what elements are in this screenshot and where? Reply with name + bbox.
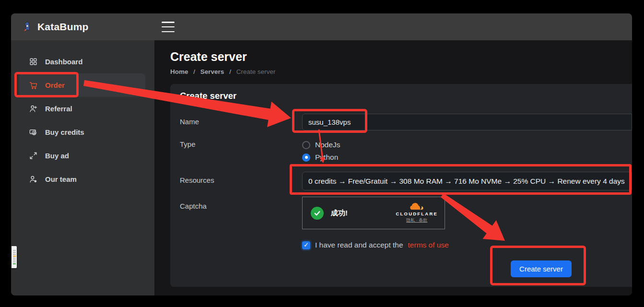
banknote-icon [29, 128, 38, 137]
cloudflare-cloud-icon [410, 203, 424, 211]
create-server-card: Create server Name Type NodeJs Python Re… [170, 84, 632, 287]
sidebar-item-referral[interactable]: Referral [11, 97, 154, 120]
side-panel-handle-icon[interactable] [12, 246, 17, 268]
captcha-success-icon [311, 207, 324, 220]
hamburger-menu-icon[interactable] [162, 22, 175, 32]
sidebar-item-order[interactable]: Order [19, 73, 145, 97]
server-name-input[interactable] [302, 114, 632, 130]
main-content: Create server Home / Servers / Create se… [154, 40, 632, 295]
sidebar-item-buy-credits[interactable]: Buy credits [11, 120, 154, 144]
top-navbar: KataBump [11, 13, 632, 40]
team-person-icon [29, 175, 38, 184]
terms-of-use-link[interactable]: terms of use [408, 241, 449, 249]
breadcrumb: Home / Servers / Create server [170, 68, 275, 75]
sidebar-item-label: Our team [45, 175, 77, 183]
sidebar-item-label: Buy ad [45, 152, 69, 160]
radio-unchecked-icon[interactable] [302, 141, 310, 149]
sidebar-item-our-team[interactable]: Our team [11, 167, 154, 191]
radio-label: Python [315, 153, 338, 162]
dashboard-grid-icon [29, 57, 38, 66]
type-option-python[interactable]: Python [302, 152, 338, 163]
resources-select[interactable]: 0 credits → Free/Gratuit → 308 Mo RAM → … [302, 172, 632, 190]
sidebar-item-buy-ad[interactable]: Buy ad [11, 144, 154, 167]
cloudflare-privacy-terms-links[interactable]: 隐私 · 条款 [406, 217, 427, 224]
sidebar-item-dashboard[interactable]: Dashboard [11, 50, 154, 73]
breadcrumb-servers[interactable]: Servers [200, 68, 224, 75]
brand-name: KataBump [37, 21, 89, 33]
sidebar-item-label: Order [45, 81, 65, 89]
type-option-nodejs[interactable]: NodeJs [302, 140, 340, 150]
radio-label: NodeJs [315, 141, 340, 149]
captcha-status-text: 成功! [331, 209, 348, 218]
sidebar-item-label: Buy credits [45, 128, 84, 136]
radio-checked-icon[interactable] [302, 154, 310, 162]
card-title: Create server [180, 91, 236, 101]
sidebar: Dashboard Order Referral [11, 40, 154, 295]
page-title: Create server [170, 50, 247, 64]
brand[interactable]: KataBump [11, 21, 89, 33]
cloudflare-wordmark: CLOUDFLARE [396, 211, 438, 216]
person-add-icon [29, 104, 38, 113]
screenshot-stage: KataBump Dashboard Order [0, 0, 644, 307]
shopping-cart-icon [29, 81, 38, 90]
captcha-label: Captcha [180, 202, 207, 210]
terms-text: I have read and accept the [315, 241, 403, 249]
terms-row: I have read and accept the terms of use [302, 241, 449, 249]
cloudflare-captcha-widget: 成功! CLOUDFLARE 隐私 · 条款 [302, 197, 445, 229]
sidebar-nav: Dashboard Order Referral [11, 40, 154, 191]
create-server-button[interactable]: Create server [511, 260, 572, 277]
breadcrumb-current: Create server [236, 68, 276, 75]
resources-label: Resources [180, 176, 214, 184]
type-label: Type [180, 140, 196, 148]
name-label: Name [180, 118, 199, 126]
cloudflare-brand: CLOUDFLARE 隐私 · 条款 [396, 203, 438, 224]
sidebar-item-label: Referral [45, 105, 72, 113]
app-window: KataBump Dashboard Order [11, 13, 632, 295]
rocket-icon [22, 22, 33, 32]
breadcrumb-home[interactable]: Home [170, 68, 188, 75]
diagonal-arrows-icon [29, 151, 38, 160]
sidebar-item-label: Dashboard [45, 58, 82, 66]
terms-checkbox[interactable] [302, 241, 310, 249]
